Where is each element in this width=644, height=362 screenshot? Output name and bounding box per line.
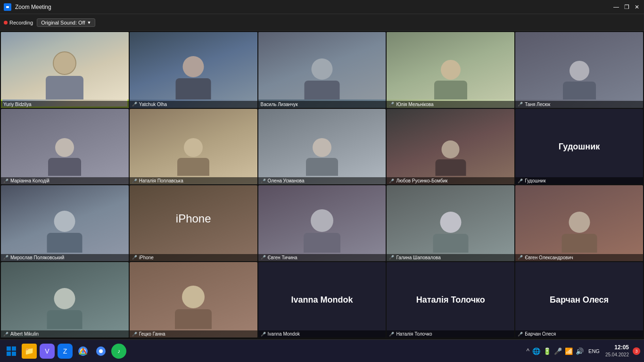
chrome-button[interactable] [75, 344, 91, 359]
participant-cell-12[interactable]: iPhone 🎤 iPhone [130, 185, 257, 261]
sound-label: Original Sound: Off [41, 20, 85, 25]
participant-cell-11[interactable]: 🎤 Мирослав Поляковський [1, 185, 129, 261]
taskbar-left: 📁 V Z ♪ [4, 344, 126, 359]
svg-rect-2 [7, 346, 11, 351]
clock: 12:05 25.04.2022 [605, 344, 629, 358]
taskbar-right: ^ 🌐 🔋 🎤 📶 🔊 ENG 12:05 25.04.2022 3 [527, 344, 640, 358]
mic-muted-icon-9: 🎤 [389, 179, 394, 183]
cell-10-display-name: Гудошник [559, 141, 600, 151]
cell-6-name: Маріанна Колодій [10, 178, 50, 183]
participant-cell-10[interactable]: Гудошник 🎤 Гудошник [515, 109, 643, 185]
mic-muted-icon-2: 🎤 [132, 102, 137, 107]
mic-muted-icon-16: 🎤 [3, 332, 8, 337]
cell-19-display-name: Наталія Толочко [416, 295, 485, 304]
cell-label-5: 🎤 Таня Лесюк [515, 101, 643, 108]
participant-cell-18[interactable]: Ivanna Mondok 🎤 Ivanna Mondok [258, 262, 386, 338]
cell-label-4: 🎤 Юлія Мельнікова [387, 101, 514, 108]
svg-point-10 [99, 349, 103, 353]
cell-label-3: Василь Лизанчук [258, 101, 386, 108]
cell-label-18: 🎤 Ivanna Mondok [258, 330, 386, 337]
mic-muted-icon-10: 🎤 [518, 179, 523, 183]
volume-icon: 🔊 [576, 347, 584, 355]
spotify-button[interactable]: ♪ [111, 344, 126, 359]
cell-label-1: Yuriy Bidzilya [1, 101, 129, 108]
viber-button[interactable]: V [40, 344, 55, 359]
mic-muted-icon-18: 🎤 [261, 332, 266, 337]
participant-cell-14[interactable]: 🎤 Галина Шаповалова [387, 185, 514, 261]
participant-cell-8[interactable]: 🎤 Олена Усманова [258, 109, 386, 185]
chevron-up-icon[interactable]: ^ [527, 347, 530, 355]
cell-20-name: Барчан Олеся [525, 331, 556, 337]
microphone-icon: 🎤 [554, 347, 562, 355]
wifi-icon: 📶 [565, 347, 573, 355]
cell-17-name: Гецко Ганна [139, 331, 165, 337]
participant-cell-7[interactable]: 🎤 Наталія Поплавська [130, 109, 257, 185]
cell-label-7: 🎤 Наталія Поплавська [130, 177, 257, 184]
participant-cell-17[interactable]: 🎤 Гецко Ганна [130, 262, 257, 338]
title-bar-left: Zoom Meeting [4, 3, 51, 11]
cell-label-19: 🎤 Наталія Толочко [387, 330, 514, 337]
mic-muted-icon-15: 🎤 [518, 255, 523, 260]
cell-15-name: Євген Олександрович [525, 255, 573, 260]
cell-label-11: 🎤 Мирослав Поляковський [1, 254, 129, 261]
cell-18-name: Ivanna Mondok [268, 331, 300, 337]
sound-button[interactable]: Original Sound: Off ▼ [37, 18, 95, 27]
start-button[interactable] [4, 344, 19, 359]
participant-cell-6[interactable]: 🎤 Маріанна Колодій [1, 109, 129, 185]
cell-4-name: Юлія Мельнікова [396, 102, 433, 107]
cell-3-name: Василь Лизанчук [261, 102, 298, 107]
cell-label-15: 🎤 Євген Олександрович [515, 254, 643, 261]
participant-cell-1[interactable]: Yuriy Bidzilya [1, 32, 129, 108]
cell-label-2: 🎤 Yatchuk Olha [130, 101, 257, 108]
zoom-taskbar-button[interactable]: Z [58, 344, 73, 359]
minimize-button[interactable]: — [613, 4, 619, 10]
participant-cell-3[interactable]: Василь Лизанчук [258, 32, 386, 108]
clock-time: 12:05 [605, 344, 629, 352]
cell-19-name: Наталія Толочко [396, 331, 432, 337]
close-button[interactable]: ✕ [634, 4, 640, 10]
notification-badge[interactable]: 3 [633, 347, 640, 355]
participant-cell-4[interactable]: 🎤 Юлія Мельнікова [387, 32, 514, 108]
participant-cell-2[interactable]: 🎤 Yatchuk Olha [130, 32, 257, 108]
cell-label-9: 🎤 Любов Русинко-Бомбик [387, 177, 514, 184]
cell-label-8: 🎤 Олена Усманова [258, 177, 386, 184]
svg-rect-4 [7, 352, 11, 356]
cell-label-14: 🎤 Галина Шаповалова [387, 254, 514, 261]
cell-14-name: Галина Шаповалова [396, 255, 440, 260]
system-tray: ^ 🌐 🔋 🎤 📶 🔊 ENG [527, 347, 602, 355]
participant-cell-20[interactable]: Барчан Олеся 🎤 Барчан Олеся [515, 262, 643, 338]
cell-label-13: 🎤 Євген Тичина [258, 254, 386, 261]
cell-20-display-name: Барчан Олеся [550, 295, 609, 304]
toolbar: Recording Original Sound: Off ▼ [0, 14, 644, 31]
mic-muted-icon-12: 🎤 [132, 255, 137, 260]
cell-label-10: 🎤 Гудошник [515, 177, 643, 184]
chrome2-button[interactable] [93, 344, 108, 359]
taskbar: 📁 V Z ♪ [0, 339, 644, 362]
cell-label-6: 🎤 Маріанна Колодій [1, 177, 129, 184]
recording-indicator: Recording [4, 20, 33, 25]
participant-cell-19[interactable]: Наталія Толочко 🎤 Наталія Толочко [387, 262, 514, 338]
mic-muted-icon-20: 🎤 [518, 332, 523, 337]
participant-cell-16[interactable]: 🎤 Albert Mikulin [1, 262, 129, 338]
cell-12-name: iPhone [139, 255, 154, 260]
mic-muted-icon-13: 🎤 [261, 255, 266, 260]
window-controls[interactable]: — ❐ ✕ [613, 4, 640, 10]
maximize-button[interactable]: ❐ [623, 4, 630, 10]
participant-cell-13[interactable]: 🎤 Євген Тичина [258, 185, 386, 261]
language-indicator[interactable]: ENG [588, 348, 600, 354]
mic-muted-icon-19: 🎤 [389, 332, 394, 337]
title-bar: Zoom Meeting — ❐ ✕ [0, 0, 644, 14]
file-explorer-button[interactable]: 📁 [22, 344, 37, 359]
mic-muted-icon-8: 🎤 [261, 179, 266, 183]
cell-label-17: 🎤 Гецко Ганна [130, 330, 257, 337]
participant-cell-15[interactable]: 🎤 Євген Олександрович [515, 185, 643, 261]
cell-7-name: Наталія Поплавська [139, 178, 183, 183]
svg-rect-3 [12, 346, 16, 351]
mic-muted-icon-5: 🎤 [518, 102, 523, 107]
cell-5-name: Таня Лесюк [525, 102, 550, 107]
cell-2-name: Yatchuk Olha [139, 102, 167, 107]
window-title: Zoom Meeting [15, 4, 51, 10]
participant-cell-9[interactable]: 🎤 Любов Русинко-Бомбик [387, 109, 514, 185]
mic-muted-icon-11: 🎤 [3, 255, 8, 260]
participant-cell-5[interactable]: 🎤 Таня Лесюк [515, 32, 643, 108]
